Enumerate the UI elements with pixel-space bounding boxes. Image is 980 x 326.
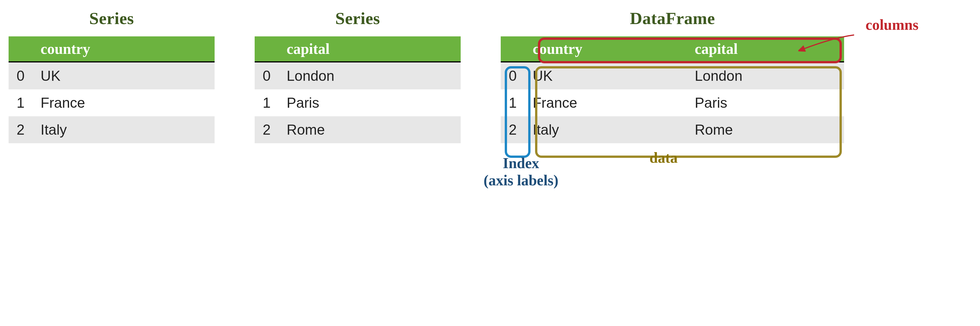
table-row: 1 Paris (255, 89, 461, 116)
row-value: Paris (279, 89, 461, 116)
index-header-blank (255, 37, 279, 62)
annotation-index-label: Index (axis labels) (484, 155, 558, 189)
row-index: 0 (9, 62, 33, 89)
row-value: Rome (279, 116, 461, 143)
row-value: London (279, 62, 461, 89)
row-index: 2 (9, 116, 33, 143)
row-value: France (33, 89, 215, 116)
row-value: UK (33, 62, 215, 89)
diagram-stage: Series country 0 UK 1 France (9, 9, 971, 143)
column-header: country (525, 37, 687, 62)
row-index: 2 (501, 116, 525, 143)
cell-value: Paris (687, 89, 844, 116)
cell-value: France (525, 89, 687, 116)
row-index: 0 (255, 62, 279, 89)
series-capital-panel: Series capital 0 London 1 Paris (255, 9, 461, 143)
column-header: country (33, 37, 215, 62)
row-index: 1 (9, 89, 33, 116)
series-capital-table: capital 0 London 1 Paris 2 Rome (255, 37, 461, 143)
panel-title: Series (335, 9, 380, 28)
table-row: 2 Italy Rome (501, 116, 844, 143)
cell-value: Italy (525, 116, 687, 143)
table-row: 2 Italy (9, 116, 215, 143)
table-row: 2 Rome (255, 116, 461, 143)
table-row: 1 France (9, 89, 215, 116)
dataframe-panel: DataFrame country capital 0 UK London (501, 9, 844, 143)
annotation-index-line2: (axis labels) (484, 172, 558, 189)
row-index: 2 (255, 116, 279, 143)
cell-value: Rome (687, 116, 844, 143)
row-index: 1 (501, 89, 525, 116)
panel-title: DataFrame (630, 9, 715, 28)
annotation-columns-label: columns (865, 16, 918, 33)
index-header-blank (9, 37, 33, 62)
panel-title: Series (89, 9, 134, 28)
table-row: 1 France Paris (501, 89, 844, 116)
annotation-index-line1: Index (503, 155, 539, 171)
table-row: 0 UK London (501, 62, 844, 89)
dataframe-table: country capital 0 UK London 1 France Par… (501, 37, 844, 143)
column-header: capital (687, 37, 844, 62)
cell-value: London (687, 62, 844, 89)
table-row: 0 London (255, 62, 461, 89)
table-row: 0 UK (9, 62, 215, 89)
index-header-blank (501, 37, 525, 62)
series-country-panel: Series country 0 UK 1 France (9, 9, 215, 143)
row-value: Italy (33, 116, 215, 143)
annotation-data-label: data (649, 149, 678, 166)
series-country-table: country 0 UK 1 France 2 Italy (9, 37, 215, 143)
column-header: capital (279, 37, 461, 62)
row-index: 0 (501, 62, 525, 89)
row-index: 1 (255, 89, 279, 116)
cell-value: UK (525, 62, 687, 89)
